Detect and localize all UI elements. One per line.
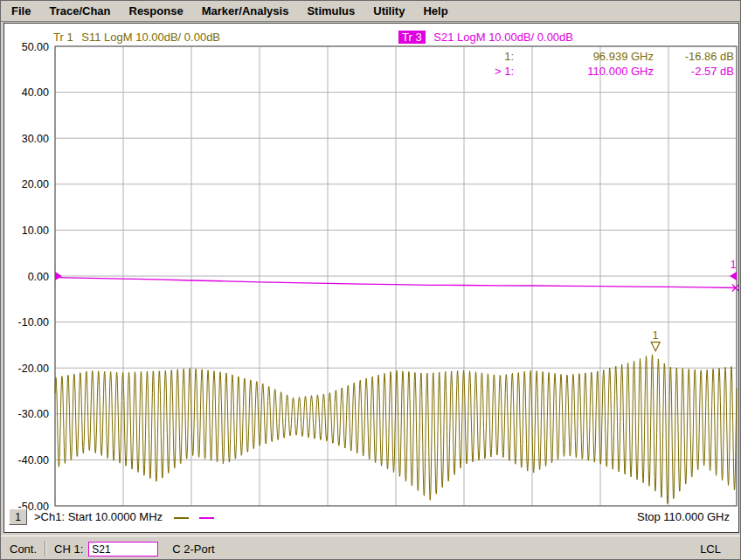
- menu-item-marker-analysis[interactable]: Marker/Analysis: [202, 4, 289, 17]
- trace1-line-sample: [174, 517, 189, 519]
- marker-readout-row-tr3: > 1: 110.000 GHz -2.57 dB: [470, 64, 734, 79]
- reference-level-triangle-left: [55, 272, 62, 280]
- menu-item-help[interactable]: Help: [423, 4, 447, 17]
- y-axis-tick-label: 10.00: [22, 225, 49, 237]
- menu-item-utility[interactable]: Utility: [373, 4, 405, 17]
- y-axis-tick-label: -20.00: [18, 363, 49, 375]
- menu-item-response[interactable]: Response: [129, 4, 184, 17]
- start-frequency-text: >Ch1: Start 10.0000 MHz: [34, 510, 163, 523]
- marker-number: > 1:: [470, 64, 514, 79]
- menu-item-file[interactable]: File: [11, 4, 31, 17]
- trace3-line-sample: [199, 517, 214, 519]
- marker-readout: 1: 96.939 GHz -16.86 dB > 1: 110.000 GHz…: [470, 49, 734, 79]
- measurement-display[interactable]: 50.0040.0030.0020.0010.000.00-10.00-20.0…: [3, 23, 739, 533]
- trace3-title[interactable]: Tr 3 S21 LogM 10.00dB/ 0.00dB: [398, 31, 573, 44]
- trace1-name: Tr 1: [53, 31, 73, 44]
- marker-number: 1:: [470, 49, 514, 64]
- y-axis-tick-label: 30.00: [22, 133, 49, 145]
- status-bar: Cont. CH 1: S21 C 2-Port LCL: [1, 536, 741, 560]
- statusbar-separator: [45, 541, 46, 557]
- marker-readout-row-tr1: 1: 96.939 GHz -16.86 dB: [470, 49, 734, 64]
- y-axis-tick-label: -10.00: [18, 316, 49, 328]
- marker-frequency: 96.939 GHz: [514, 49, 654, 64]
- sweep-mode-status: Cont.: [10, 543, 37, 556]
- trace1-title[interactable]: Tr 1 S11 LogM 10.00dB/ 0.00dB: [53, 31, 220, 44]
- start-frequency-label: >Ch1: Start 10.0000 MHz: [34, 510, 214, 523]
- plot-area[interactable]: 50.0040.0030.0020.0010.000.00-10.00-20.0…: [4, 24, 738, 532]
- marker-value: -2.57 dB: [654, 64, 734, 79]
- marker-frequency: 110.000 GHz: [514, 64, 654, 79]
- lcl-status: LCL: [700, 543, 721, 556]
- menu-bar: File Trace/Chan Response Marker/Analysis…: [1, 1, 741, 22]
- y-axis-tick-label: -30.00: [18, 408, 49, 420]
- menu-item-stimulus[interactable]: Stimulus: [307, 4, 355, 17]
- channel-status-label: CH 1:: [54, 543, 83, 556]
- active-trace-indicator[interactable]: S21: [88, 542, 158, 557]
- trace1-format: S11 LogM 10.00dB/ 0.00dB: [81, 31, 220, 44]
- reference-level-triangle-right: [730, 272, 737, 280]
- marker-1-s11-number: 1: [653, 329, 659, 342]
- y-axis-tick-label: 0.00: [28, 271, 49, 283]
- stop-frequency-label: Stop 110.000 GHz: [637, 510, 730, 523]
- menu-item-trace-chan[interactable]: Trace/Chan: [49, 4, 110, 17]
- y-axis-tick-label: 20.00: [22, 178, 49, 190]
- marker-1-s11-triangle[interactable]: [651, 342, 660, 351]
- trace3-format: S21 LogM 10.00dB/ 0.00dB: [433, 31, 573, 44]
- y-axis-tick-label: 50.00: [22, 41, 49, 53]
- trace3-active-badge: Tr 3: [398, 31, 426, 44]
- channel-1-button[interactable]: 1: [9, 508, 27, 525]
- correction-status: C 2-Port: [172, 543, 214, 556]
- y-axis-tick-label: 40.00: [22, 86, 49, 99]
- marker-value: -16.86 dB: [654, 49, 734, 64]
- marker-1-s21-number: 1: [731, 259, 737, 271]
- y-axis-tick-label: -40.00: [18, 454, 49, 467]
- vna-application-window: File Trace/Chan Response Marker/Analysis…: [0, 0, 741, 560]
